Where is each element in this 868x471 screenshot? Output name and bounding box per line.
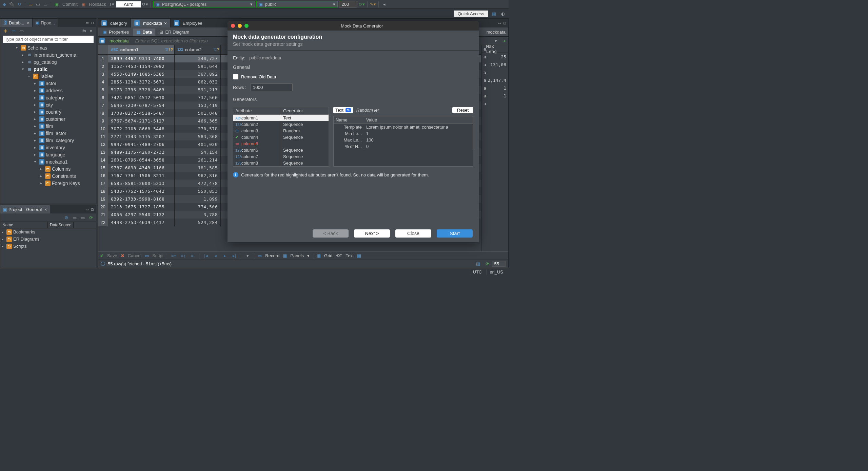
attribute-row[interactable]: ✔column4Sequence [233, 134, 329, 140]
rollback-icon[interactable]: ▣ [80, 1, 86, 7]
tab-category[interactable]: ▦category [98, 19, 131, 27]
connect-icon[interactable]: ◆ [1, 1, 7, 7]
proj-icon2[interactable]: ▭ [72, 214, 78, 221]
nav-conn-icon[interactable]: ▭ [11, 28, 17, 34]
sub-tab-er[interactable]: ⊞ER Diagram [156, 29, 193, 36]
property-row[interactable]: % of N...0 [334, 143, 473, 150]
x-icon[interactable]: ✖ [121, 253, 124, 258]
text-button[interactable]: Text [346, 253, 354, 258]
tab-mockdata[interactable]: ▦mockdata× [131, 19, 171, 27]
refresh-count-icon[interactable]: ⟳ [486, 261, 489, 266]
nav-item-icon[interactable]: ▭ [19, 28, 25, 34]
sub-tab-properties[interactable]: ▣Properties [99, 29, 132, 36]
check-icon[interactable]: ✔ [100, 253, 104, 258]
property-row[interactable]: Max Le...100 [334, 137, 473, 143]
attribute-row[interactable]: ABCcolumn1Text [233, 115, 329, 121]
properties-table[interactable]: Name Value TemplateLorem ipsum dolor sit… [333, 116, 473, 167]
property-row[interactable]: Min Le...1 [334, 130, 473, 137]
nav-filter-icon[interactable]: ⇆ [81, 28, 87, 34]
close-button[interactable]: Close [395, 229, 431, 238]
proj-refresh-icon[interactable]: ⟳ [88, 214, 94, 221]
max-window-icon[interactable] [244, 24, 249, 28]
col-header-column1[interactable]: ABC column1 ▽!? [108, 45, 175, 54]
schema-select[interactable]: ▣ public ▾ [256, 1, 338, 7]
minimize-icon[interactable]: ▭ [498, 21, 501, 25]
close-icon[interactable]: × [44, 207, 47, 212]
attributes-table[interactable]: Attribute Generator ABCcolumn1Text123col… [233, 107, 329, 167]
drop-icon[interactable]: ▾ [493, 38, 499, 44]
tab-employee[interactable]: ▦Employee [171, 19, 206, 27]
save-button[interactable]: Save [107, 253, 117, 258]
cancel-button[interactable]: Cancel [128, 253, 141, 258]
quick-access-button[interactable]: Quick Access [454, 11, 488, 17]
tx-icon[interactable]: T▾ [109, 1, 115, 7]
plug-icon[interactable]: 🔌 [9, 1, 15, 7]
commit-icon[interactable]: ▣ [54, 1, 60, 7]
panels-button[interactable]: Panels [290, 253, 304, 258]
close-icon[interactable]: × [27, 20, 30, 25]
persp-other-icon[interactable]: ◐ [500, 11, 506, 17]
nav-filter-input[interactable] [3, 36, 94, 43]
start-button[interactable]: Start [437, 229, 473, 238]
attribute-row[interactable]: ◷column3Random [233, 128, 329, 134]
tab-database-navigator[interactable]: 🗄 Datab...× [0, 19, 33, 27]
funnel-icon[interactable]: ▽ [214, 48, 216, 52]
sub-tab-data[interactable]: ▦Data [133, 29, 155, 36]
sql2-icon[interactable]: ▭ [35, 1, 41, 7]
maximize-icon[interactable]: ▢ [503, 21, 506, 25]
highlight-icon[interactable]: ✎▾ [370, 1, 376, 7]
limit-input[interactable]: 200 [339, 1, 357, 7]
property-row[interactable]: TemplateLorem ipsum dolor sit amet, cons… [334, 124, 473, 130]
minimize-icon[interactable]: ▭ [86, 208, 89, 211]
close-icon[interactable]: × [164, 21, 167, 26]
db-tree[interactable]: ▾🗀Schemas ▸⊞information_schema ▸⊞pg_cata… [0, 43, 96, 204]
layout-icon[interactable]: ▦ [357, 253, 361, 258]
menu-icon[interactable]: ▾ [244, 253, 251, 259]
tx-arrow-icon[interactable]: ⟳▾ [142, 1, 148, 7]
autocommit-toggle[interactable]: Auto [116, 1, 141, 7]
sql-icon[interactable]: ▭ [27, 1, 34, 7]
refresh-icon[interactable]: ⟳▾ [359, 1, 365, 7]
grid-button[interactable]: Grid [324, 253, 333, 258]
next-button[interactable]: Next > [354, 229, 390, 238]
generator-select[interactable]: Text ⇅ [333, 107, 353, 113]
proj-icon3[interactable]: ▭ [80, 214, 86, 221]
attribute-row[interactable]: 123column2Sequence [233, 121, 329, 128]
script-icon[interactable]: ▭ [145, 253, 149, 258]
funnel-icon[interactable]: ▽ [165, 48, 168, 52]
back-arrow-icon[interactable]: ◂ [381, 1, 387, 7]
last-icon[interactable]: ▸| [231, 253, 237, 259]
attribute-row[interactable]: ▭column5 [233, 140, 329, 147]
run-icon[interactable]: ➜ [501, 38, 507, 44]
first-icon[interactable]: |◂ [203, 253, 209, 259]
persp-db-icon[interactable]: ▦ [491, 11, 497, 17]
col-header-column2[interactable]: 123 column2 ▽? [175, 45, 221, 54]
count-icon[interactable]: ▥ [476, 261, 480, 266]
connection-select[interactable]: ▣ PostgreSQL - postgres ▾ [153, 1, 255, 7]
remove-old-checkbox[interactable] [233, 74, 238, 79]
attribute-row[interactable]: 123column6Sequence [233, 147, 329, 153]
row-add-icon[interactable]: ≡+ [171, 253, 177, 259]
tab-projects[interactable]: ▣ Прое... [33, 19, 58, 27]
maximize-icon[interactable]: ▢ [91, 208, 94, 211]
close-window-icon[interactable] [231, 24, 235, 28]
row-dup-icon[interactable]: ≡↕ [180, 253, 186, 259]
refresh-con-icon[interactable]: ↻ [16, 1, 22, 7]
rows-input[interactable] [251, 83, 293, 91]
attribute-row[interactable]: 123column8Sequence [233, 160, 329, 166]
script-button[interactable]: Script [152, 253, 163, 258]
record-button[interactable]: Record [265, 253, 279, 258]
chevron-down-icon[interactable]: ▾ [88, 28, 94, 34]
nav-new-icon[interactable]: ✚ [2, 28, 8, 34]
next-icon[interactable]: ▸ [222, 253, 228, 259]
back-button[interactable]: < Back [313, 229, 349, 238]
panels-icon[interactable]: ▦ [283, 253, 287, 258]
gear-icon[interactable]: ⚙ [63, 214, 70, 221]
record-icon[interactable]: ▭ [258, 253, 262, 258]
reset-button[interactable]: Reset [452, 107, 473, 113]
tab-project[interactable]: ▣ Project - General× [0, 205, 50, 213]
maximize-icon[interactable]: ▢ [91, 21, 94, 24]
rollback-button[interactable]: Rollback [88, 2, 107, 7]
row-del-icon[interactable]: ≡- [190, 253, 196, 259]
commit-button[interactable]: Commit [61, 2, 79, 7]
